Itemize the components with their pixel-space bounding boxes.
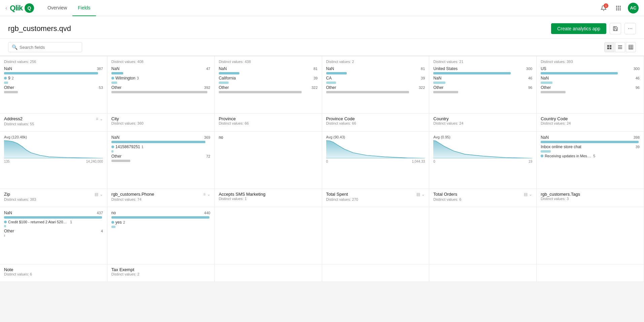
field-card: Tax Exempt Distinct values: 2 — [107, 264, 215, 282]
field-card: Total Spent ▤ ⌄ Distinct values: 270 — [322, 189, 430, 207]
field-distinct: Distinct values: 383 — [4, 197, 103, 201]
dropdown-icon[interactable]: ⌄ — [100, 117, 103, 121]
dropdown-icon[interactable]: ⌄ — [529, 192, 532, 197]
field-name: Country — [433, 116, 532, 121]
field-name: City — [111, 116, 210, 121]
svg-rect-6 — [616, 9, 617, 10]
apps-button[interactable] — [613, 3, 624, 13]
sort-icon[interactable]: ≡ — [203, 192, 206, 197]
field-card-empty — [537, 264, 644, 282]
user-avatar[interactable]: AC — [628, 3, 639, 13]
field-card-empty — [322, 264, 430, 282]
field-card: Distinct values: 2 NaN81 CA39 Other322 — [322, 56, 430, 114]
field-distinct: Distinct values: 2 — [326, 60, 425, 64]
field-distinct: Distinct values: 438 — [219, 60, 318, 64]
dropdown-icon[interactable]: ⌄ — [421, 192, 425, 197]
svg-point-9 — [628, 28, 629, 29]
field-name: Tax Exempt — [111, 267, 210, 272]
field-card-empty — [429, 207, 537, 264]
svg-rect-7 — [618, 9, 619, 10]
field-card: Distinct values: 408 NaN47 Wilmington3 O… — [107, 56, 215, 114]
page-title: rgb_customers.qvd — [8, 24, 71, 33]
field-distinct: Distinct values: 66 — [326, 121, 425, 125]
search-box[interactable]: 🔍 — [8, 42, 82, 52]
notifications-button[interactable]: 1 — [598, 3, 609, 13]
field-card: rgb_customers.Phone ≡ ⌄ Distinct values:… — [107, 189, 215, 207]
grid-view-button[interactable] — [604, 42, 614, 52]
field-name: Zip — [4, 192, 10, 197]
sort-icon[interactable]: ≡ — [96, 117, 98, 121]
field-distinct: Distinct values: 1 — [219, 197, 318, 201]
svg-rect-5 — [620, 7, 621, 8]
dropdown-icon[interactable]: ⌄ — [207, 192, 210, 197]
chart-range: 13514,240,000 — [4, 160, 103, 163]
field-name: rgb_customers.Tags — [541, 192, 640, 197]
distribution-chart — [433, 140, 532, 158]
chart-icon[interactable]: ▤ — [95, 192, 98, 197]
field-card: rgb_customers.Tags Distinct values: 3 — [537, 189, 644, 207]
field-card: no — [215, 132, 322, 189]
field-name: Country Code — [541, 116, 640, 121]
view-toggles — [604, 42, 636, 52]
field-card: Province Code Distinct values: 66 — [322, 114, 430, 132]
logo-icon: Q — [25, 3, 34, 13]
field-distinct: Distinct values: 393 — [541, 60, 640, 64]
back-button[interactable]: ‹ — [5, 5, 7, 11]
chart-range: 01,044.33 — [326, 160, 425, 163]
field-card: Zip ▤ ⌄ Distinct values: 383 — [0, 189, 107, 207]
nav-overview[interactable]: Overview — [42, 0, 72, 16]
dropdown-icon[interactable]: ⌄ — [100, 192, 103, 197]
search-input[interactable] — [20, 45, 78, 50]
chart-icon[interactable]: ▤ — [524, 192, 528, 197]
svg-rect-8 — [620, 9, 621, 10]
svg-rect-3 — [616, 7, 617, 8]
field-card: NaN369 141586792511 Other72 — [107, 132, 215, 189]
field-card-total-spent: Avg (90.43) 01,044.33 — [322, 132, 430, 189]
field-name: Address2 — [4, 116, 23, 121]
app-header: ‹ Qlik Q Overview Fields 1 AC — [0, 0, 644, 16]
avg-label: Avg (0.95) — [433, 135, 532, 139]
save-button[interactable] — [610, 23, 621, 34]
field-distinct: Distinct values: 24 — [433, 121, 532, 125]
field-name: Province — [219, 116, 318, 121]
more-options-button[interactable] — [624, 23, 636, 34]
field-distinct: Distinct values: 66 — [219, 121, 318, 125]
field-card: NaN398 Inbox online store chat39 Receivi… — [537, 132, 644, 189]
field-card: no440 yes2 — [107, 207, 215, 264]
create-analytics-app-button[interactable]: Create analytics app — [551, 23, 606, 34]
svg-point-10 — [630, 28, 631, 29]
nav-fields[interactable]: Fields — [72, 0, 96, 16]
toolbar: 🔍 — [0, 39, 644, 56]
field-card-total-orders: Avg (0.95) 019 — [429, 132, 537, 189]
logo: Qlik Q — [10, 3, 34, 13]
field-name: Total Orders — [433, 192, 457, 197]
avg-label: Avg (90.43) — [326, 135, 425, 139]
field-name: Province Code — [326, 116, 425, 121]
svg-rect-1 — [618, 6, 619, 7]
fields-container: Distinct values: 256 NaN387 92 Other53 D… — [0, 56, 644, 317]
page-header: rgb_customers.qvd Create analytics app — [0, 16, 644, 39]
svg-rect-12 — [607, 45, 609, 47]
list-view-button[interactable] — [615, 42, 625, 52]
field-card-empty — [322, 207, 430, 264]
header-right: 1 AC — [598, 3, 639, 13]
distribution-chart — [326, 140, 425, 158]
field-distinct: Distinct values: 21 — [433, 60, 532, 64]
field-distinct: Distinct values: 24 — [541, 121, 640, 125]
field-card: Distinct values: 393 US300 NaN46 Other96 — [537, 56, 644, 114]
field-distinct: Distinct values: 6 — [433, 197, 532, 201]
svg-rect-15 — [610, 47, 611, 49]
field-card-empty — [537, 207, 644, 264]
field-card: Total Orders ▤ ⌄ Distinct values: 6 — [429, 189, 537, 207]
table-view-button[interactable] — [626, 42, 636, 52]
field-distinct: Distinct values: 74 — [111, 197, 210, 201]
svg-rect-0 — [616, 6, 617, 7]
svg-rect-2 — [620, 6, 621, 7]
field-card: Distinct values: 21 United States300 NaN… — [429, 56, 537, 114]
field-card: Distinct values: 438 NaN81 California39 … — [215, 56, 322, 114]
field-card-zip: Avg (120.48k) 13514,240,000 — [0, 132, 107, 189]
field-distinct: Distinct values: 2 — [111, 272, 210, 276]
field-card: Country Distinct values: 24 — [429, 114, 537, 132]
chart-icon[interactable]: ▤ — [416, 192, 420, 197]
svg-rect-14 — [607, 47, 609, 49]
